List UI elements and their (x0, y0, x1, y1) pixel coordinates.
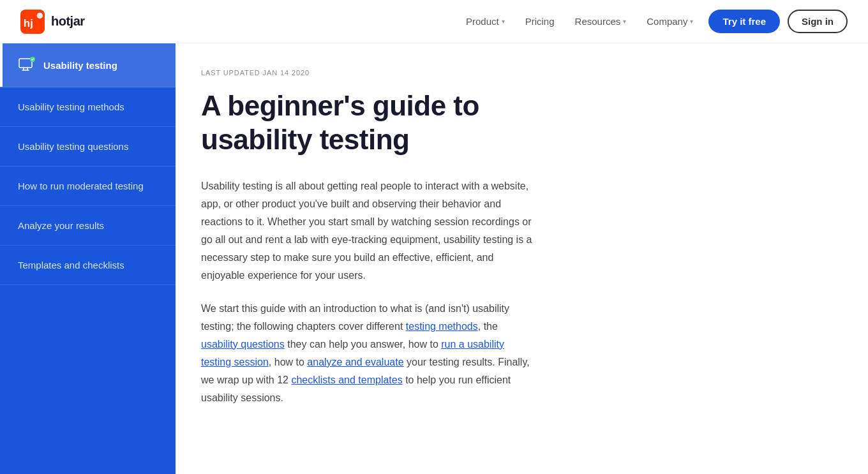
main-nav: Product ▾ Pricing Resources ▾ Company ▾ (466, 16, 693, 27)
link-usability-questions[interactable]: usability questions (201, 339, 285, 350)
article: LAST UPDATED JAN 14 2020 A beginner's gu… (201, 69, 536, 422)
link-checklists-templates[interactable]: checklists and templates (291, 374, 402, 385)
svg-point-2 (37, 12, 43, 19)
logo[interactable]: hj hotjar (20, 10, 85, 34)
sign-in-button[interactable]: Sign in (788, 10, 848, 33)
link-testing-methods[interactable]: testing methods (406, 321, 478, 332)
sidebar-item-templates-and-checklists[interactable]: Templates and checklists (0, 246, 176, 285)
sidebar-item-usability-testing-methods[interactable]: Usability testing methods (0, 87, 176, 127)
chevron-down-icon: ▾ (690, 18, 693, 25)
monitor-icon (18, 56, 36, 74)
main-content: LAST UPDATED JAN 14 2020 A beginner's gu… (176, 43, 868, 448)
svg-text:hj: hj (24, 17, 33, 29)
sidebar-item-usability-testing[interactable]: Usability testing (0, 43, 176, 87)
demo-panel: hotjar Product Plan Pricing Testimonials… (562, 133, 830, 422)
nav-company[interactable]: Company ▾ (647, 16, 693, 27)
link-analyze-evaluate[interactable]: analyze and evaluate (307, 357, 403, 367)
svg-rect-3 (19, 59, 32, 68)
nav-pricing[interactable]: Pricing (525, 16, 555, 27)
sidebar-item-analyze-your-results[interactable]: Analyze your results (0, 206, 176, 246)
sidebar-item-how-to-run-moderated-testing[interactable]: How to run moderated testing (0, 167, 176, 206)
sidebar-item-usability-testing-questions[interactable]: Usability testing questions (0, 127, 176, 167)
nav-product[interactable]: Product ▾ (466, 16, 505, 27)
logo-text: hotjar (51, 14, 85, 29)
header: hj hotjar Product ▾ Pricing Resources ▾ … (0, 0, 868, 43)
intro-paragraph-1: Usability testing is all about getting r… (201, 177, 536, 285)
sidebar: Usability testing Usability testing meth… (0, 43, 176, 448)
last-updated: LAST UPDATED JAN 14 2020 (201, 69, 536, 77)
nav-resources[interactable]: Resources ▾ (575, 16, 627, 27)
try-free-button[interactable]: Try it free (708, 10, 780, 33)
chevron-down-icon: ▾ (502, 18, 505, 25)
intro-paragraph-2: We start this guide with an introduction… (201, 300, 536, 407)
page-title: A beginner's guide to usability testing (201, 89, 536, 157)
chevron-down-icon: ▾ (623, 18, 626, 25)
